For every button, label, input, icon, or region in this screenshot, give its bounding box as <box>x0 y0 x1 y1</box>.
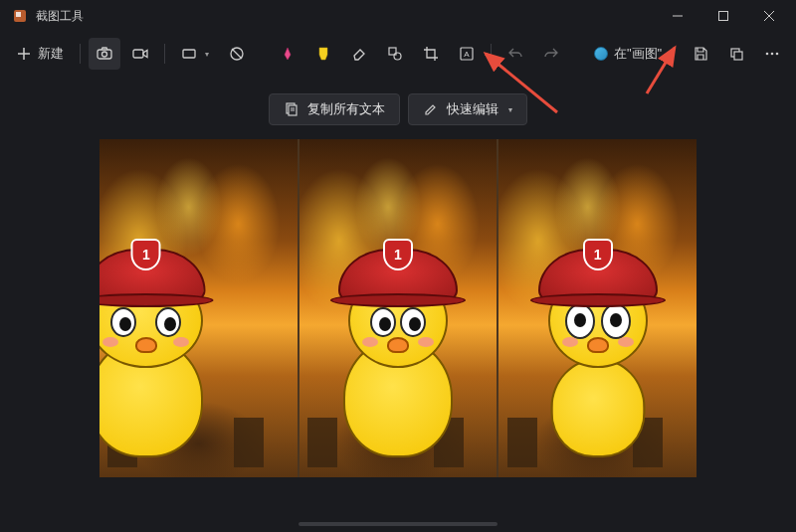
svg-text:A: A <box>464 50 470 59</box>
horizontal-scrollbar[interactable] <box>298 522 498 526</box>
copy-all-text-label: 复制所有文本 <box>307 100 385 118</box>
image-panel: 1 <box>498 139 696 477</box>
copy-button[interactable] <box>720 38 752 70</box>
redo-button[interactable] <box>535 38 567 70</box>
svg-line-13 <box>232 49 242 59</box>
text-extract-button[interactable]: A <box>451 38 483 70</box>
quick-edit-button[interactable]: 快速编辑 ▾ <box>408 93 527 125</box>
svg-rect-11 <box>183 50 195 58</box>
svg-rect-1 <box>16 12 21 17</box>
eraser-button[interactable] <box>343 38 375 70</box>
svg-point-9 <box>102 52 107 57</box>
secondary-bar: 复制所有文本 快速编辑 ▾ <box>0 76 796 139</box>
more-button[interactable] <box>756 38 788 70</box>
annotation-tools: A <box>272 38 567 70</box>
svg-rect-3 <box>719 12 728 21</box>
svg-rect-19 <box>734 52 742 60</box>
canvas-area: 1 1 <box>0 139 796 517</box>
window-title: 截图工具 <box>36 8 84 25</box>
new-button[interactable]: 新建 <box>8 38 72 70</box>
minimize-button[interactable] <box>655 0 700 32</box>
camera-button[interactable] <box>89 38 120 70</box>
app-icon <box>12 8 28 24</box>
edit-in-label: 在"画图"... <box>614 45 673 63</box>
close-button[interactable] <box>746 0 792 32</box>
toolbar: 新建 ▾ A <box>0 32 796 76</box>
svg-rect-10 <box>133 50 143 58</box>
chevron-down-icon: ▾ <box>508 105 512 114</box>
image-panel: 1 <box>299 139 498 477</box>
delay-button[interactable] <box>221 38 253 70</box>
paint-app-icon <box>594 47 608 61</box>
chevron-down-icon: ▾ <box>205 50 209 59</box>
svg-rect-8 <box>98 50 111 59</box>
crop-button[interactable] <box>415 38 447 70</box>
window-controls <box>655 0 792 32</box>
separator <box>164 44 165 64</box>
titlebar: 截图工具 <box>0 0 796 32</box>
quick-edit-label: 快速编辑 <box>447 100 498 118</box>
shapes-button[interactable] <box>379 38 411 70</box>
separator <box>80 44 81 64</box>
undo-button[interactable] <box>499 38 531 70</box>
highlighter-tool-button[interactable] <box>307 38 339 70</box>
copy-all-text-button[interactable]: 复制所有文本 <box>269 93 400 125</box>
svg-point-15 <box>394 53 401 60</box>
edit-in-paint-button[interactable]: 在"画图"... <box>586 38 681 70</box>
maximize-button[interactable] <box>700 0 746 32</box>
svg-point-20 <box>766 53 769 56</box>
svg-point-22 <box>776 53 779 56</box>
svg-point-21 <box>771 53 774 56</box>
image-panel: 1 <box>100 139 298 477</box>
shape-mode-button[interactable]: ▾ <box>173 38 217 70</box>
captured-image[interactable]: 1 1 <box>100 139 696 477</box>
edit-icon <box>423 101 439 117</box>
copy-text-icon <box>284 101 299 117</box>
save-button[interactable] <box>685 38 716 70</box>
pen-tool-button[interactable] <box>272 38 303 70</box>
video-button[interactable] <box>124 38 156 70</box>
separator <box>491 44 492 64</box>
new-label: 新建 <box>38 45 64 63</box>
